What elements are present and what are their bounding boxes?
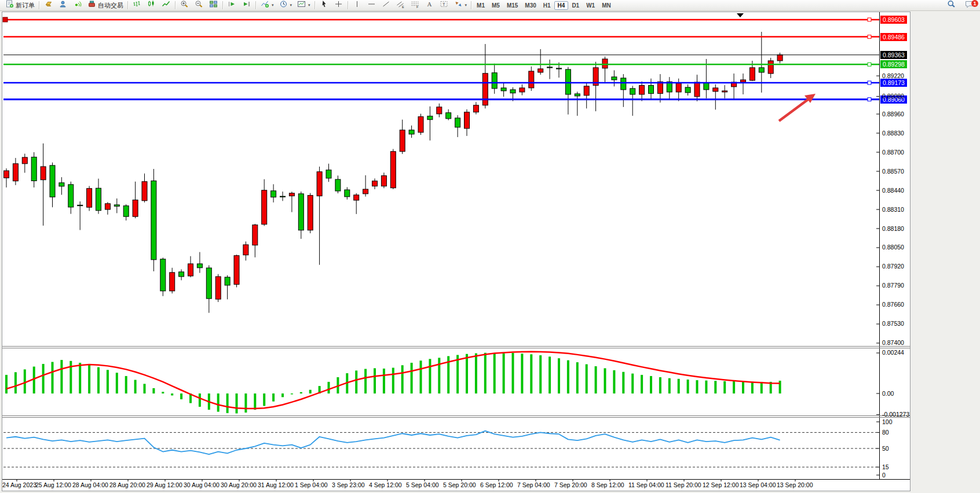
- chart-title: USDCHF,H4 0.89323 0.89378 0.89306 0.8936…: [4, 14, 145, 21]
- date-axis-label: 24 Aug 2023: [2, 481, 36, 488]
- toolbar-button-new-order[interactable]: 新订单: [2, 0, 37, 11]
- date-axis-label: 7 Sep 20:00: [554, 481, 587, 488]
- timeframe-button-d1[interactable]: D1: [568, 1, 583, 10]
- toolbar-button-zoom-out[interactable]: [192, 0, 206, 11]
- macd-tick-label: 0.00244: [882, 349, 904, 356]
- timeframe-button-w1[interactable]: W1: [583, 1, 598, 10]
- toolbar: 新订单自动交易▾▾▾EFAT▾M1M5M15M30H1H4D1W1MN1: [0, 0, 980, 11]
- toolbar-button-arrows[interactable]: ▾: [451, 0, 470, 11]
- toolbar-button-fibonacci[interactable]: F: [408, 0, 422, 11]
- toolbar-button-line-chart[interactable]: [159, 0, 173, 11]
- date-axis-label: 8 Sep 12:00: [591, 481, 624, 488]
- price-tick-label: 0.87920: [882, 263, 904, 270]
- toolbar-button-candle-chart[interactable]: [144, 0, 159, 11]
- macd-indicator-label: MACD(12,26,9) 0.000767 0.000612: [3, 349, 100, 356]
- date-axis-label: 1 Sep 04:00: [295, 481, 328, 488]
- line-chart-icon: [161, 0, 171, 10]
- toolbar-button-text-label[interactable]: T: [437, 0, 451, 11]
- trendline-icon: [381, 0, 391, 10]
- timeframe-button-m5[interactable]: M5: [488, 1, 503, 10]
- toolbar-button-periods[interactable]: ▾: [276, 0, 295, 11]
- toolbar-button-label: 自动交易: [98, 1, 123, 10]
- timeframe-button-h1[interactable]: H1: [540, 1, 554, 10]
- date-axis-label: 28 Aug 04:00: [72, 481, 108, 488]
- date-axis-label: 11 Sep 20:00: [665, 481, 701, 488]
- price-badge: 0.89486: [880, 33, 907, 41]
- toolbar-button-chart-shift[interactable]: [239, 0, 254, 11]
- macd-tick-label: 0.00: [882, 390, 894, 397]
- svg-text:A: A: [427, 1, 432, 8]
- timeframe-button-h4[interactable]: H4: [554, 1, 569, 10]
- zoom-out-icon: [194, 0, 204, 10]
- toolbar-button-search[interactable]: [944, 0, 959, 11]
- profile-icon: [58, 0, 68, 10]
- toolbar-separator: [255, 1, 256, 9]
- rsi-tick-label: 100: [882, 418, 893, 425]
- toolbar-button-text[interactable]: A: [422, 0, 437, 11]
- toolbar-button-vertical-line[interactable]: [350, 0, 364, 11]
- price-tick-label: 0.88700: [882, 149, 904, 156]
- tile-windows-icon: [209, 0, 218, 10]
- date-axis-label: 7 Sep 04:00: [517, 481, 550, 488]
- timeframe-button-m15[interactable]: M15: [503, 1, 521, 10]
- fibonacci-icon: F: [410, 0, 420, 10]
- chevron-down-icon: ▾: [465, 3, 467, 8]
- date-axis-label: 13 Sep 04:00: [740, 481, 776, 488]
- cursor-icon: [319, 0, 329, 10]
- toolbar-button-trendline[interactable]: [379, 0, 393, 11]
- toolbar-separator: [127, 1, 128, 9]
- date-axis-label: 30 Aug 20:00: [221, 481, 257, 488]
- chart-window: [2, 12, 910, 491]
- text-label-icon: T: [439, 0, 449, 10]
- price-badge: 0.89363: [880, 51, 907, 59]
- date-axis-label: 31 Aug 12:00: [258, 481, 294, 488]
- new-order-icon: [5, 0, 14, 10]
- svg-text:T: T: [443, 2, 445, 7]
- timeframe-button-mn[interactable]: MN: [598, 1, 615, 10]
- chevron-down-icon: ▾: [272, 3, 274, 8]
- toolbar-button-zoom-in[interactable]: [177, 0, 192, 11]
- toolbar-button-auto-scroll[interactable]: [225, 0, 239, 11]
- date-axis-label: 11 Sep 04:00: [628, 481, 664, 488]
- auto-scroll-icon: [227, 0, 237, 10]
- price-tick-label: 0.87660: [882, 301, 904, 308]
- toolbar-button-crosshair[interactable]: [331, 0, 346, 11]
- price-tick-label: 0.88440: [882, 187, 904, 194]
- date-axis-label: 29 Aug 12:00: [147, 481, 182, 488]
- price-tick-label: 0.88960: [882, 111, 904, 117]
- timeframe-button-m1[interactable]: M1: [473, 1, 488, 10]
- price-tick-label: 0.88180: [882, 225, 904, 232]
- toolbar-button-label: 新订单: [16, 1, 35, 10]
- toolbar-button-horizontal-line[interactable]: [364, 0, 379, 11]
- price-tick-label: 0.88570: [882, 168, 904, 175]
- toolbar-button-bar-chart[interactable]: [130, 0, 144, 11]
- horizontal-line-icon: [367, 0, 376, 10]
- equidistant-channel-icon: E: [396, 0, 405, 10]
- timeframe-button-m30[interactable]: M30: [521, 1, 539, 10]
- toolbar-button-profile[interactable]: [56, 0, 70, 11]
- rsi-tick-label: 50: [882, 445, 889, 452]
- svg-text:E: E: [402, 5, 404, 9]
- toolbar-button-autotrade[interactable]: 自动交易: [85, 0, 126, 11]
- date-axis-label: 13 Sep 20:00: [777, 481, 813, 488]
- toolbar-button-deposit[interactable]: [41, 0, 56, 11]
- date-axis-label: 3 Sep 23:00: [332, 481, 365, 488]
- chart-shift-icon: [242, 0, 251, 10]
- price-badge: 0.89603: [880, 16, 907, 24]
- toolbar-button-cursor[interactable]: [317, 0, 331, 11]
- toolbar-button-equidistant-channel[interactable]: E: [393, 0, 408, 11]
- toolbar-button-signals[interactable]: [70, 0, 85, 11]
- date-axis-label: 25 Aug 12:00: [35, 481, 71, 488]
- date-axis-label: 30 Aug 04:00: [184, 481, 220, 488]
- toolbar-button-add-indicator[interactable]: ▾: [258, 0, 276, 11]
- candle-chart-icon: [147, 0, 156, 10]
- date-axis-label: 5 Sep 20:00: [443, 481, 476, 488]
- toolbar-button-tile-windows[interactable]: [206, 0, 221, 11]
- toolbar-button-notifications[interactable]: 1: [962, 0, 977, 11]
- date-axis-label: 6 Sep 12:00: [480, 481, 513, 488]
- toolbar-separator: [471, 1, 471, 9]
- search-icon: [946, 0, 956, 10]
- price-tick-label: 0.88050: [882, 244, 904, 251]
- add-indicator-icon: [260, 0, 270, 10]
- toolbar-button-templates[interactable]: ▾: [294, 0, 313, 11]
